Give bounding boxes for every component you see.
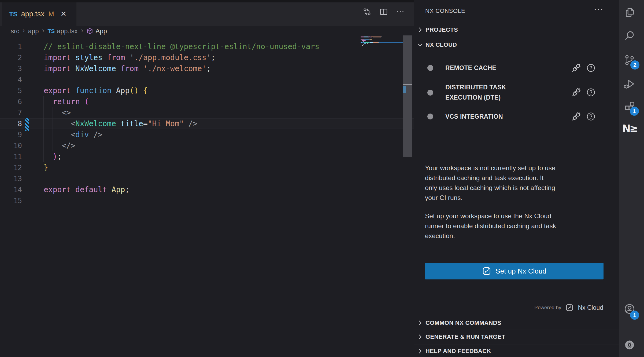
feature-label: REMOTE CACHE <box>445 63 496 73</box>
more-actions-icon[interactable] <box>396 7 405 16</box>
feature-label: DISTRIBUTED TASK EXECUTION (DTE) <box>445 82 506 103</box>
breadcrumb-label: App <box>95 27 107 35</box>
chevron-right-icon <box>417 319 424 326</box>
code-text: <> <box>29 108 71 117</box>
activity-bar: 21N≥1 <box>619 0 644 357</box>
section-label: GENERATE & RUN TARGET <box>425 333 505 340</box>
gutter <box>22 52 29 63</box>
gutter <box>22 74 29 85</box>
line-number: 2 <box>0 54 22 62</box>
connect-icon[interactable] <box>570 111 582 122</box>
nx-cloud-logo-icon <box>565 304 573 312</box>
code-text: ); <box>29 152 62 161</box>
code-line-1[interactable]: 1// eslint-disable-next-line @typescript… <box>0 41 414 52</box>
breadcrumb-label: app <box>28 27 39 35</box>
activity-run-and-debug[interactable] <box>622 76 637 92</box>
code-line-7[interactable]: 7 <> <box>0 107 414 118</box>
line-number: 6 <box>0 98 22 106</box>
chevron-right-icon <box>417 26 424 33</box>
breadcrumb-item-app-tsx[interactable]: TSapp.tsx <box>47 27 77 35</box>
activity-search[interactable] <box>622 28 637 43</box>
gutter <box>22 162 29 173</box>
code-editor[interactable]: 1// eslint-disable-next-line @typescript… <box>0 36 414 357</box>
code-line-10[interactable]: 10 </> <box>0 140 414 151</box>
powered-by-label: Powered by <box>534 305 561 311</box>
section-nx-cloud[interactable]: NX CLOUD <box>414 38 619 52</box>
window-top-edge <box>0 0 414 2</box>
powered-by: Powered by Nx Cloud <box>534 302 603 313</box>
breadcrumb-item-app[interactable]: app <box>28 27 39 35</box>
setup-nx-cloud-button[interactable]: Set up Nx Cloud <box>425 263 604 279</box>
connect-icon[interactable] <box>570 86 582 98</box>
minimap[interactable] <box>361 35 403 50</box>
code-line-14[interactable]: 14export default App; <box>0 184 414 195</box>
button-label: Set up Nx Cloud <box>495 267 546 275</box>
editor-scrollbar[interactable] <box>403 35 412 157</box>
code-lines: 1// eslint-disable-next-line @typescript… <box>0 41 414 206</box>
scrollbar-handle-line <box>403 84 412 85</box>
code-line-3[interactable]: 3import NxWelcome from './nx-welcome'; <box>0 63 414 74</box>
status-dot-icon <box>427 90 433 96</box>
help-icon[interactable] <box>586 112 596 121</box>
activity-explorer[interactable] <box>622 5 637 20</box>
line-number: 15 <box>0 197 22 205</box>
line-number: 7 <box>0 109 22 117</box>
code-line-9[interactable]: 9 <div /> <box>0 129 414 140</box>
code-line-4[interactable]: 4 <box>0 74 414 85</box>
nx-console-sidebar: NX CONSOLE ⋯ PROJECTS NX CLOUD REMOTE CA… <box>414 0 619 357</box>
breadcrumb-label: app.tsx <box>57 27 77 35</box>
feature-distributed-task: DISTRIBUTED TASK EXECUTION (DTE) <box>414 82 619 103</box>
breadcrumb-item-app[interactable]: App <box>86 27 107 35</box>
code-line-11[interactable]: 11 ); <box>0 151 414 162</box>
section-projects[interactable]: PROJECTS <box>414 23 619 37</box>
gutter <box>22 129 29 140</box>
close-tab-icon[interactable]: ✕ <box>61 10 67 18</box>
code-line-15[interactable]: 15 <box>0 195 414 206</box>
line-number: 8 <box>0 120 22 128</box>
line-number: 13 <box>0 175 22 183</box>
gutter <box>22 85 29 96</box>
chevron-right-icon <box>417 333 424 340</box>
activity-nx-console[interactable]: N≥ <box>622 121 637 136</box>
section-common-nx-commands[interactable]: COMMON NX COMMANDS <box>414 316 619 330</box>
code-text: export function App() { <box>29 86 148 95</box>
breadcrumb-item-src[interactable]: src <box>11 27 19 35</box>
tab-app-tsx[interactable]: TS app.tsx M ✕ <box>2 2 76 26</box>
tab-title: app.tsx <box>21 10 45 18</box>
feature-label: VCS INTEGRATION <box>445 111 503 122</box>
gutter <box>22 107 29 118</box>
code-text: } <box>29 163 48 172</box>
connect-icon[interactable] <box>570 62 582 74</box>
workspace-status-text: Your workspace is not currently set up t… <box>425 163 610 203</box>
code-line-6[interactable]: 6 return ( <box>0 96 414 107</box>
open-changes-icon[interactable] <box>362 7 372 16</box>
section-help-and-feedback[interactable]: HELP AND FEEDBACK <box>414 344 619 357</box>
chevron-right-icon <box>417 348 424 355</box>
more-actions-icon[interactable]: ⋯ <box>594 4 603 15</box>
breadcrumb: src›app›TSapp.tsx›App <box>0 26 414 36</box>
modified-badge: M <box>49 10 54 18</box>
code-line-8[interactable]: 8 <NxWelcome title="Hi Mom" /> <box>0 118 414 129</box>
line-number: 5 <box>0 87 22 95</box>
gutter <box>22 118 29 129</box>
help-icon[interactable] <box>586 88 596 97</box>
activity-settings[interactable] <box>622 337 637 352</box>
code-line-13[interactable]: 13 <box>0 173 414 184</box>
divider <box>424 146 603 146</box>
code-line-2[interactable]: 2import styles from './app.module.css'; <box>0 52 414 63</box>
badge-count: 1 <box>630 311 639 320</box>
line-number: 9 <box>0 131 22 139</box>
section-label: NX CLOUD <box>425 41 457 48</box>
section-label: COMMON NX COMMANDS <box>425 319 501 326</box>
help-icon[interactable] <box>586 63 596 73</box>
code-line-12[interactable]: 12} <box>0 162 414 173</box>
split-editor-icon[interactable] <box>379 7 388 16</box>
symbol-cube-icon <box>86 28 93 35</box>
code-text: // eslint-disable-next-line @typescript-… <box>29 42 319 51</box>
tab-bar: TS app.tsx M ✕ <box>0 0 414 26</box>
section-label: PROJECTS <box>425 26 458 33</box>
code-line-5[interactable]: 5export function App() { <box>0 85 414 96</box>
minimap-line <box>361 49 403 50</box>
section-generate-run-target[interactable]: GENERATE & RUN TARGET <box>414 330 619 344</box>
line-number: 1 <box>0 43 22 51</box>
